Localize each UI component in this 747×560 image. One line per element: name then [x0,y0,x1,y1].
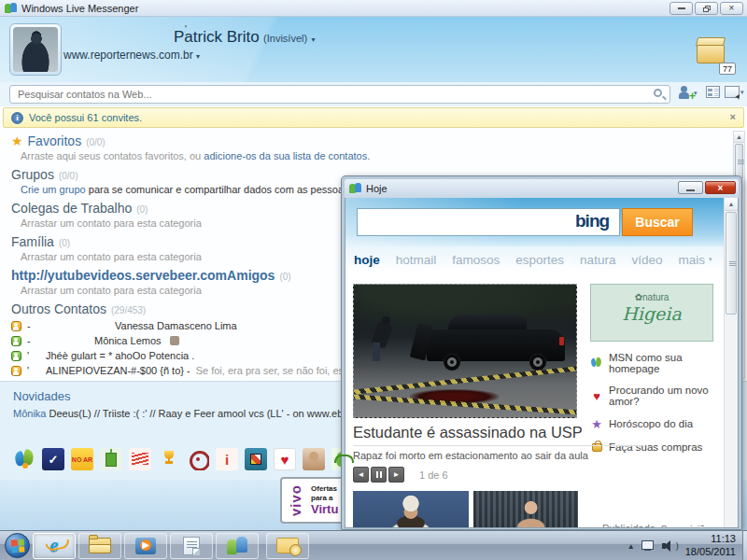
hoje-tabs: hoje hotmail famosos esportes natura víd… [345,246,726,273]
scroll-up-icon[interactable]: ▲ [734,132,744,143]
tab-video[interactable]: vídeo [631,253,662,267]
flag-icon[interactable] [129,448,151,470]
taskbar-notepad-button[interactable] [170,533,213,559]
carousel-prev-button[interactable]: ◄ [353,467,369,483]
hoje-window: Hoje × bing Buscar hoje hotmail famosos … [341,175,742,530]
scrollbar-thumb[interactable] [735,144,743,179]
photo-taillight [559,337,564,345]
contact-prefix: - [27,335,40,346]
msn-homepage-link[interactable]: MSN como sua homepage [590,352,721,374]
media-player-icon [135,538,156,554]
section-name: Família [11,234,54,249]
avatar[interactable] [9,23,62,76]
contact-name: ALINEPIOVEZAN-#-$00 {ñ to} - [46,365,190,376]
carousel-position: 1 de 6 [419,469,448,481]
contact-name: Mônica Lemos [46,335,162,346]
check-app-icon[interactable]: ✓ [42,448,64,470]
hoje-close-button[interactable]: × [705,181,736,194]
news-thumbnail-1[interactable] [353,491,469,528]
building-icon[interactable] [100,448,122,470]
add-contact-button[interactable]: + ▾ [678,86,698,101]
heart-app-icon[interactable]: ♥ [274,448,296,470]
mail-icon-body [697,45,725,63]
share-button[interactable]: ▾ [725,86,744,98]
sua-opiniao-button[interactable]: Sua opinião ▾ [661,525,717,528]
taskbar-explorer-button[interactable] [78,533,121,559]
notification-text: Você possui 61 convites. [29,112,142,123]
photo-wheel [444,354,460,371]
taskbar-mediaplayer-button[interactable] [124,533,167,559]
steering-wheel-icon[interactable] [187,448,209,470]
carousel-pause-button[interactable] [371,467,387,483]
search-icon[interactable] [654,89,662,97]
invites-notification[interactable]: i Você possui 61 convites. × [3,107,744,128]
news-thumbnail-2[interactable] [473,491,578,528]
tab-hoje[interactable]: hoje [354,253,380,267]
status-busy-icon [11,366,21,376]
user-name-menu[interactable]: Patrick Brito (Invisível) ▾ [174,28,454,47]
tab-famosos[interactable]: famosos [452,253,500,267]
compras-link[interactable]: Faça suas compras [590,441,721,454]
opiniao-label: Sua opinião [661,525,711,528]
tray-expand-icon[interactable]: ▲ [627,542,635,551]
show-desktop-button[interactable] [742,531,747,560]
scroll-up-icon[interactable]: ▲ [725,198,738,211]
mail-count-badge: 77 [719,63,736,75]
clock[interactable]: 11:13 18/05/2011 [685,533,741,559]
taskbar-outlook-button[interactable] [266,533,309,559]
chevron-down-icon: ▾ [312,35,316,44]
add-favorites-link[interactable]: adicione-os da sua lista de contatos. [204,150,370,161]
section-count: (0) [136,204,148,215]
create-group-link[interactable]: Crie um grupo [21,184,86,195]
hoje-minimize-button[interactable] [678,181,703,194]
close-button[interactable]: × [720,2,743,15]
red-figure-icon[interactable]: i [216,448,238,470]
hoje-titlebar[interactable]: Hoje × [345,179,739,198]
network-icon[interactable] [641,540,655,552]
status-message-menu[interactable]: www.reporternews.com.br ▾ [63,49,200,62]
photo-app-icon[interactable] [303,448,325,470]
start-button[interactable] [5,533,30,558]
section-favoritos[interactable]: ★ Favoritos (0/0) [11,133,747,150]
trophy-icon[interactable] [158,448,180,470]
view-options-button[interactable] [706,86,720,98]
messenger-titlebar[interactable]: Windows Live Messenger × [0,0,747,17]
notification-close-icon[interactable]: × [730,111,736,122]
bing-logo: bing [575,211,609,231]
section-count: (0/0) [86,137,106,147]
scrollbar-thumb[interactable] [726,212,737,315]
amor-link[interactable]: ♥ Procurando um novo amor? [590,385,721,407]
clock-time: 11:13 [685,533,736,546]
taskbar-messenger-button[interactable] [216,533,259,559]
tab-hotmail[interactable]: hotmail [396,253,437,267]
outlook-icon [276,538,299,553]
add-contact-icon: + [678,86,693,101]
tab-mais[interactable]: mais [678,253,705,267]
novidades-author-link[interactable]: Mônika [13,408,46,419]
carousel-next-button[interactable]: ► [388,467,404,483]
volume-icon[interactable] [662,540,675,552]
windows-logo-icon [11,539,25,553]
no-ar-icon[interactable]: NO AR [71,448,93,470]
hoje-scrollbar[interactable]: ▲ [724,198,738,527]
msn-butterfly-icon[interactable] [13,448,35,470]
cube-icon[interactable] [245,448,267,470]
tab-esportes[interactable]: esportes [515,253,564,267]
news-headline[interactable]: Estudante é assassinado na USP [353,424,652,441]
minimize-button[interactable] [669,2,693,15]
mail-button[interactable]: 77 [693,41,730,69]
news-photo[interactable] [353,284,577,418]
tab-natura[interactable]: natura [580,253,615,267]
section-name: http://yutubevideos.servebeer.comAmigos [11,268,275,283]
photo-wheel [529,354,546,371]
buscar-button[interactable]: Buscar [622,208,693,236]
info-icon: i [11,112,23,124]
natura-ad[interactable]: ✿natura Higeia [590,284,713,342]
avatar-photo [13,27,58,72]
flower-icon: ✿ [635,292,642,302]
restore-button[interactable] [695,2,718,15]
natura-product-name: Higeia [591,303,712,324]
taskbar-ie-button[interactable]: e [33,533,76,559]
hoje-search-header: bing Buscar [345,198,726,246]
search-input[interactable] [9,85,670,104]
